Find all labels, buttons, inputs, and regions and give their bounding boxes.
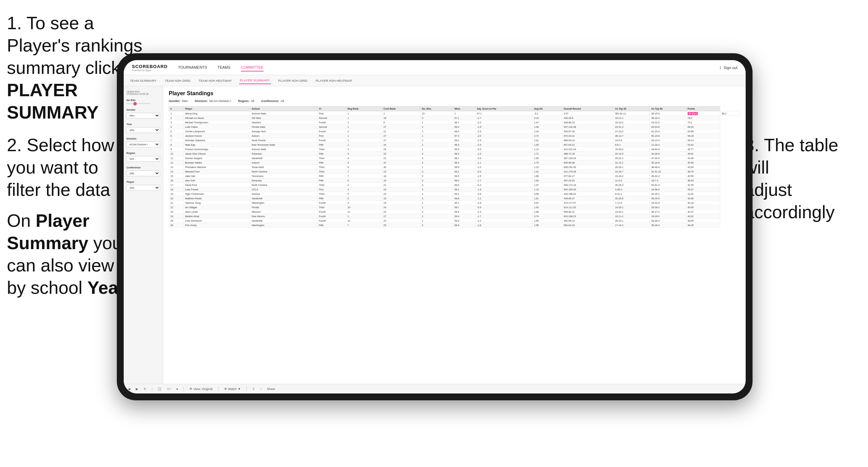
table-cell: 0 <box>420 156 453 160</box>
table-cell: 0 <box>420 178 453 183</box>
table-cell: 7 <box>346 169 382 174</box>
table-cell: 1.61 <box>533 196 562 201</box>
division-select[interactable]: NCAA Division I <box>126 142 160 147</box>
toolbar-add[interactable]: +□ <box>167 387 171 391</box>
sub-nav-player-summary[interactable]: PLAYER SUMMARY <box>239 77 271 84</box>
nav-committee[interactable]: COMMITTEE <box>241 64 264 71</box>
table-cell: 1.65 <box>533 219 562 223</box>
toolbar-view[interactable]: 👁 View: Original <box>189 387 212 391</box>
table-cell: 19 <box>382 178 421 183</box>
table-cell: 40.98 <box>686 196 720 201</box>
region-select[interactable]: N/A <box>126 156 160 162</box>
year-select[interactable]: (All) <box>126 127 160 133</box>
table-cell: 22-26-7 <box>613 169 650 174</box>
table-cell: 21 <box>382 129 421 134</box>
player-select[interactable]: (All) <box>126 185 160 191</box>
table-cell: 406-172-16 <box>562 183 613 187</box>
toolbar-back[interactable]: ◀ <box>128 387 130 391</box>
col-vs-top50: Vs Top 50 <box>650 107 686 111</box>
table-cell: 63-54-6 <box>650 125 686 129</box>
table-cell: 38.95 <box>686 219 720 223</box>
toolbar-grid[interactable]: ⁝ <box>260 387 261 391</box>
table-cell: Auburn <box>250 160 318 165</box>
no-rds-slider[interactable] <box>126 103 160 104</box>
sidebar-no-rds: No Rds. <box>126 99 160 104</box>
sub-nav-team-summary[interactable]: TEAM SUMMARY <box>129 77 157 84</box>
table-cell: First <box>318 187 346 192</box>
table-cell: 19-11-1 <box>613 116 650 120</box>
sub-nav-team-h2h-grid[interactable]: TEAM H2H GRID <box>164 77 191 84</box>
nav-signout[interactable]: Sign out <box>724 64 737 71</box>
table-cell: 2 <box>420 138 453 143</box>
table-row: 19Tiger ChristensenArizonaThird523269.2-… <box>169 192 740 196</box>
table-cell: 6 <box>346 165 382 169</box>
table-cell: 69.0 <box>453 183 475 187</box>
table-cell: 5 <box>346 196 382 201</box>
table-cell: Texas A&M <box>250 165 318 169</box>
table-cell: 44-26-8 <box>650 152 686 156</box>
nav-teams[interactable]: TEAMS <box>218 64 231 71</box>
toolbar-watch[interactable]: 👁 Watch ▼ <box>224 387 241 391</box>
toolbar-share-icon[interactable]: ⇧ <box>252 387 255 391</box>
toolbar-time[interactable]: ● <box>176 387 178 391</box>
sub-nav-player-h2h-grid[interactable]: PLAYER H2H GRID <box>278 77 308 84</box>
table-cell: 11 <box>346 210 382 214</box>
table-cell: 1 <box>453 111 475 116</box>
table-cell: 1.93 <box>533 143 562 147</box>
table-cell: 1.92 <box>533 178 562 183</box>
toolbar-share[interactable]: Share <box>267 387 275 391</box>
table-row: 26Petr HrubyWashingtonFifth725068.6-1.81… <box>169 223 740 227</box>
table-cell: 0.74 <box>533 214 562 219</box>
table-cell: 616-168-22 <box>562 214 613 219</box>
table-cell: 8-21-1 <box>613 192 650 196</box>
conference-select[interactable]: (All) <box>126 170 160 176</box>
table-cell: 607-63-12 <box>562 143 613 147</box>
table-row: 24Bastien AmatNew MexicoFourth127269.4-1… <box>169 214 740 219</box>
table-cell: 2 <box>420 125 453 129</box>
table-cell: -1.1 <box>476 160 533 165</box>
col-rank: # <box>169 107 184 111</box>
table-cell: 2.72 <box>533 134 562 138</box>
table-cell: Luke Powell <box>183 187 250 192</box>
table-cell: -0.5 <box>476 169 533 174</box>
table-cell: 68.3 <box>453 143 475 147</box>
col-avg-sg: Avg SG <box>533 107 562 111</box>
update-time: Update time: 27/03/2024 16:56:26 <box>126 90 160 95</box>
table-cell: 10 <box>346 205 382 210</box>
table-cell: 40.69 <box>686 205 720 210</box>
table-cell: 11 <box>169 156 184 160</box>
table-cell: 2 <box>420 143 453 147</box>
col-yr: Yr <box>318 107 346 111</box>
table-row: 25Cole SherwoodVanderbiltFourth1223169.3… <box>169 219 740 223</box>
toolbar-forward[interactable]: ▶ <box>136 387 138 391</box>
table-cell: 13-18-2 <box>613 174 650 178</box>
table-cell: Washington <box>250 201 318 205</box>
table-cell: 500-155-30 <box>562 187 613 192</box>
table-cell: 27 <box>382 214 421 219</box>
table-cell: 3.10 <box>533 116 562 120</box>
col-reg-rank: Reg Rank <box>346 107 382 111</box>
toolbar-clipboard[interactable]: 📋 <box>158 387 162 391</box>
table-cell: 16 <box>169 178 184 183</box>
table-cell: 17-14-2 <box>613 223 650 227</box>
toolbar-reload[interactable]: ↻ <box>144 387 146 391</box>
table-cell: 38.75 <box>686 169 720 174</box>
table-cell: 46.77 <box>686 147 720 152</box>
gender-select[interactable]: Men <box>126 113 160 119</box>
table-cell: -1.8 <box>476 201 533 205</box>
table-row: 7Nicholas GabrielckNorth FloridaFourth12… <box>169 138 740 143</box>
sub-nav-player-h2h-heatmap[interactable]: PLAYER H2H HEATMAP <box>315 77 353 84</box>
logo-sub: Powered by dippa <box>132 69 168 71</box>
nav-tournaments[interactable]: TOURNAMENTS <box>178 64 207 71</box>
instruction-note: On Player Summary you can also view by s… <box>7 210 131 299</box>
table-cell: Luke Claton <box>183 125 250 129</box>
table-cell: Kentucky <box>250 178 318 183</box>
table-cell: 1.47 <box>533 183 562 187</box>
table-cell: 69.4 <box>453 214 475 219</box>
table-cell: Nicholas Gabrielck <box>183 138 250 143</box>
table-cell: 1 <box>420 120 453 125</box>
table-cell: Fifth <box>318 174 346 178</box>
sub-nav-team-h2h-heatmap[interactable]: TEAM H2H HEATMAP <box>198 77 232 84</box>
instruction-step2: 2. Select how you want to filter the dat… <box>7 134 124 201</box>
table-cell: 35-26-4 <box>650 223 686 227</box>
